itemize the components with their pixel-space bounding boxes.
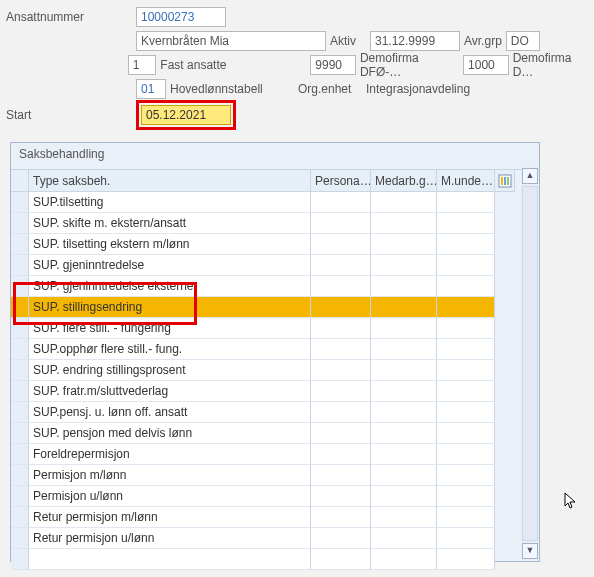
cell-persona[interactable] [311, 402, 371, 423]
cell-type[interactable]: SUP. fratr.m/sluttvederlag [29, 381, 311, 402]
row-selector[interactable] [11, 549, 29, 570]
cell-type[interactable]: Foreldrepermisjon [29, 444, 311, 465]
row-selector[interactable] [11, 528, 29, 549]
row-selector[interactable] [11, 318, 29, 339]
cell-munde[interactable] [437, 213, 495, 234]
col-persona[interactable]: Persona… [311, 170, 371, 192]
cell-medarb[interactable] [371, 234, 437, 255]
cell-persona[interactable] [311, 360, 371, 381]
cell-medarb[interactable] [371, 549, 437, 570]
cell-medarb[interactable] [371, 192, 437, 213]
row-selector[interactable] [11, 486, 29, 507]
cell-munde[interactable] [437, 507, 495, 528]
cell-medarb[interactable] [371, 486, 437, 507]
table-row[interactable]: SUP. skifte m. ekstern/ansatt [11, 213, 539, 234]
cell-persona[interactable] [311, 276, 371, 297]
table-row[interactable]: SUP. tilsetting ekstern m/lønn [11, 234, 539, 255]
cell-munde[interactable] [437, 297, 495, 318]
cell-type[interactable]: Permisjon m/lønn [29, 465, 311, 486]
cell-persona[interactable] [311, 423, 371, 444]
cell-munde[interactable] [437, 402, 495, 423]
cell-type[interactable]: SUP. stillingsendring [29, 297, 311, 318]
cell-munde[interactable] [437, 465, 495, 486]
cell-type[interactable]: SUP. skifte m. ekstern/ansatt [29, 213, 311, 234]
row-selector[interactable] [11, 255, 29, 276]
cell-type[interactable]: SUP.pensj. u. lønn off. ansatt [29, 402, 311, 423]
cell-munde[interactable] [437, 423, 495, 444]
cell-persona[interactable] [311, 318, 371, 339]
cell-medarb[interactable] [371, 339, 437, 360]
cell-medarb[interactable] [371, 423, 437, 444]
col-munde[interactable]: M.unde… [437, 170, 495, 192]
row-selector[interactable] [11, 465, 29, 486]
cell-type[interactable]: Retur permisjon u/lønn [29, 528, 311, 549]
cell-medarb[interactable] [371, 507, 437, 528]
cell-medarb[interactable] [371, 276, 437, 297]
table-row[interactable]: Retur permisjon u/lønn [11, 528, 539, 549]
row-selector[interactable] [11, 297, 29, 318]
cell-munde[interactable] [437, 234, 495, 255]
cell-persona[interactable] [311, 297, 371, 318]
cell-medarb[interactable] [371, 465, 437, 486]
table-config-button[interactable] [495, 170, 515, 192]
cell-persona[interactable] [311, 549, 371, 570]
row-selector[interactable] [11, 423, 29, 444]
row-selector[interactable] [11, 192, 29, 213]
cell-type[interactable]: SUP. endring stillingsprosent [29, 360, 311, 381]
cell-medarb[interactable] [371, 360, 437, 381]
cell-type[interactable]: SUP. flere still. - fungering [29, 318, 311, 339]
table-row[interactable]: SUP. flere still. - fungering [11, 318, 539, 339]
cell-medarb[interactable] [371, 444, 437, 465]
row-selector[interactable] [11, 444, 29, 465]
cell-munde[interactable] [437, 360, 495, 381]
cell-medarb[interactable] [371, 213, 437, 234]
start-date-field[interactable]: 05.12.2021 [141, 105, 231, 125]
row-selector[interactable] [11, 381, 29, 402]
cell-persona[interactable] [311, 381, 371, 402]
cell-persona[interactable] [311, 255, 371, 276]
cell-type[interactable]: SUP. pensjon med delvis lønn [29, 423, 311, 444]
col-medarb[interactable]: Medarb.g… [371, 170, 437, 192]
cell-type[interactable]: Retur permisjon m/lønn [29, 507, 311, 528]
cell-munde[interactable] [437, 444, 495, 465]
cell-munde[interactable] [437, 381, 495, 402]
cell-munde[interactable] [437, 276, 495, 297]
row-selector[interactable] [11, 402, 29, 423]
table-row[interactable]: SUP. gjeninntredelse [11, 255, 539, 276]
row-selector[interactable] [11, 234, 29, 255]
cell-medarb[interactable] [371, 528, 437, 549]
table-row[interactable]: SUP.tilsetting [11, 192, 539, 213]
cell-munde[interactable] [437, 339, 495, 360]
do-field[interactable]: DO [506, 31, 540, 51]
cell-persona[interactable] [311, 486, 371, 507]
cell-medarb[interactable] [371, 255, 437, 276]
row-selector[interactable] [11, 213, 29, 234]
scroll-down-button[interactable]: ▼ [522, 543, 538, 559]
scroll-up-button[interactable]: ▲ [522, 168, 538, 184]
cell-munde[interactable] [437, 192, 495, 213]
cell-persona[interactable] [311, 444, 371, 465]
row-selector[interactable] [11, 507, 29, 528]
table-row[interactable]: SUP. pensjon med delvis lønn [11, 423, 539, 444]
table-row[interactable]: Foreldrepermisjon [11, 444, 539, 465]
cell-type[interactable] [29, 549, 311, 570]
col-type[interactable]: Type saksbeh. [29, 170, 311, 192]
cell-medarb[interactable] [371, 297, 437, 318]
table-row[interactable]: SUP.opphør flere still.- fung. [11, 339, 539, 360]
row-selector[interactable] [11, 276, 29, 297]
table-row[interactable]: SUP. endring stillingsprosent [11, 360, 539, 381]
table-row[interactable]: Permisjon m/lønn [11, 465, 539, 486]
table-row[interactable]: SUP. gjeninntredelse eksterne [11, 276, 539, 297]
table-row[interactable] [11, 549, 539, 570]
cell-type[interactable]: SUP. gjeninntredelse [29, 255, 311, 276]
vertical-scrollbar[interactable]: ▲ ▼ [522, 167, 538, 560]
cell-munde[interactable] [437, 528, 495, 549]
cell-type[interactable]: SUP. gjeninntredelse eksterne [29, 276, 311, 297]
cell-munde[interactable] [437, 486, 495, 507]
table-row[interactable]: SUP. fratr.m/sluttvederlag [11, 381, 539, 402]
row-selector[interactable] [11, 360, 29, 381]
table-row[interactable]: SUP.pensj. u. lønn off. ansatt [11, 402, 539, 423]
row-selector[interactable] [11, 339, 29, 360]
cell-munde[interactable] [437, 549, 495, 570]
cell-medarb[interactable] [371, 381, 437, 402]
